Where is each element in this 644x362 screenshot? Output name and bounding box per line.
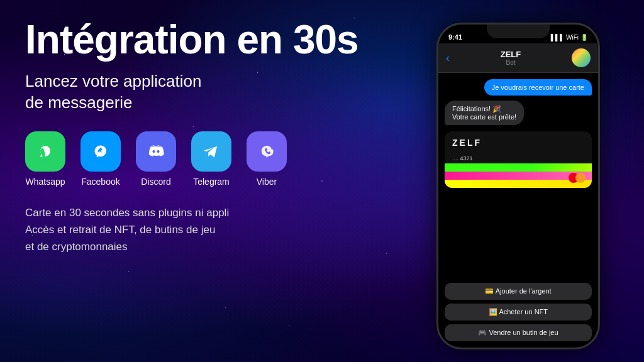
stripe-green bbox=[445, 163, 592, 172]
chat-header: ‹ ZELF Bot bbox=[438, 43, 598, 73]
phone-notch bbox=[487, 25, 550, 38]
subtitle: Lancez votre application de messagerie bbox=[25, 71, 405, 114]
msg-line2: Votre carte est prête! bbox=[452, 113, 516, 121]
message-sent: Je voudrais recevoir une carte bbox=[484, 79, 592, 96]
phone-screen: 9:41 ▌▌▌ WiFi 🔋 ‹ ZELF Bot bbox=[438, 25, 598, 348]
whatsapp-icon bbox=[25, 131, 65, 172]
platform-discord: Discord bbox=[136, 131, 176, 187]
card-number: .... 4321 bbox=[452, 155, 473, 162]
whatsapp-label: Whatsapp bbox=[25, 177, 65, 187]
back-button[interactable]: ‹ bbox=[446, 52, 450, 65]
card-brand-name: ZELF bbox=[452, 138, 584, 148]
mastercard-logo bbox=[569, 173, 586, 183]
chat-status: Bot bbox=[455, 59, 567, 66]
discord-icon bbox=[136, 131, 176, 172]
wifi-icon: WiFi bbox=[566, 34, 579, 41]
mc-circle-right bbox=[575, 173, 586, 183]
battery-icon: 🔋 bbox=[580, 34, 588, 41]
status-icons: ▌▌▌ WiFi 🔋 bbox=[551, 34, 588, 41]
bottom-description: Carte en 30 secondes sans plugins ni app… bbox=[25, 204, 405, 256]
platform-viber: Viber bbox=[247, 131, 287, 187]
discord-label: Discord bbox=[141, 177, 170, 187]
subtitle-line1: Lancez votre application bbox=[25, 72, 201, 90]
left-column: Intégration en 30s Lancez votre applicat… bbox=[25, 19, 418, 349]
viber-label: Viber bbox=[257, 177, 277, 187]
phone-mockup: 9:41 ▌▌▌ WiFi 🔋 ‹ ZELF Bot bbox=[436, 23, 600, 349]
right-column: 9:41 ▌▌▌ WiFi 🔋 ‹ ZELF Bot bbox=[418, 19, 619, 349]
chat-name: ZELF bbox=[455, 50, 567, 59]
zelf-card: ZELF .... 4321 bbox=[445, 131, 592, 188]
action-add-money[interactable]: 💳 Ajouter de l'argent bbox=[445, 283, 592, 300]
bottom-text-line2: Accès et retrait de NFT, de butins de je… bbox=[25, 221, 405, 238]
chat-avatar bbox=[572, 48, 591, 67]
chat-messages: Je voudrais recevoir une carte Félicitat… bbox=[438, 73, 598, 280]
main-title: Intégration en 30s bbox=[25, 19, 405, 61]
facebook-messenger-icon bbox=[80, 131, 121, 172]
page-content: Intégration en 30s Lancez votre applicat… bbox=[0, 0, 644, 362]
viber-icon bbox=[247, 131, 287, 172]
bottom-text-line3: et de cryptomonnaies bbox=[25, 238, 405, 255]
platform-telegram: Telegram bbox=[191, 131, 231, 187]
telegram-icon bbox=[191, 131, 231, 172]
msg-line1: Félicitations! 🎉 bbox=[452, 105, 516, 113]
signal-icon: ▌▌▌ bbox=[551, 34, 564, 41]
action-sell-loot[interactable]: 🎮 Vendre un butin de jeu bbox=[445, 324, 592, 341]
message-received: Félicitations! 🎉 Votre carte est prête! bbox=[445, 101, 524, 125]
chat-info: ZELF Bot bbox=[455, 50, 567, 66]
status-time: 9:41 bbox=[448, 33, 462, 41]
action-buttons: 💳 Ajouter de l'argent 🖼️ Acheter un NFT … bbox=[438, 280, 598, 348]
telegram-label: Telegram bbox=[193, 177, 230, 187]
platform-facebook: Facebook bbox=[80, 131, 121, 187]
platforms-list: Whatsapp Facebook bbox=[25, 131, 405, 187]
bottom-text-line1: Carte en 30 secondes sans plugins ni app… bbox=[25, 204, 405, 221]
subtitle-line2: de messagerie bbox=[25, 93, 133, 112]
facebook-label: Facebook bbox=[81, 177, 119, 187]
action-buy-nft[interactable]: 🖼️ Acheter un NFT bbox=[445, 304, 592, 321]
platform-whatsapp: Whatsapp bbox=[25, 131, 65, 187]
